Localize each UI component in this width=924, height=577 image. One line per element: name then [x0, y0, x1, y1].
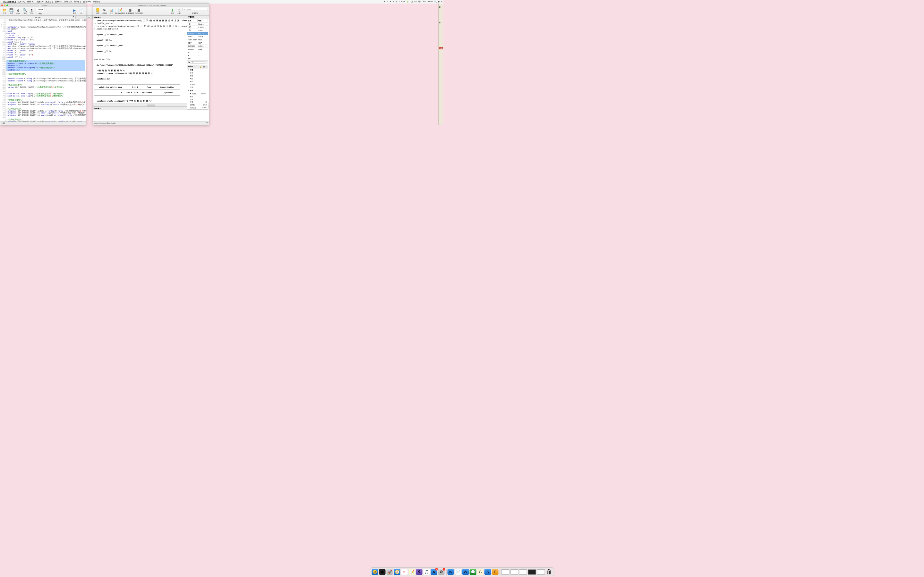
- next-icon[interactable]: ▶: [204, 66, 206, 68]
- wifi-icon[interactable]: ⌇: [399, 1, 400, 3]
- runprint-label: 印: [81, 12, 82, 15]
- code-content[interactable]: /*本部分析内容由北京大学顾佳峰所提供，仅用于教学活动，请不要用于任何商业活动。…: [6, 19, 86, 122]
- menu-data[interactable]: 数据 (D): [45, 0, 53, 3]
- dataedit-icon: ⊞: [128, 8, 132, 12]
- prop-row: 注释: [187, 98, 208, 101]
- print-label: Print: [16, 13, 20, 15]
- prop-row: 名称: [187, 72, 208, 75]
- break-label: 中断: [178, 12, 181, 15]
- menu-edit[interactable]: 编辑 (E): [27, 0, 34, 3]
- tabbar: ch5.do +: [0, 16, 86, 19]
- stata-titlebar[interactable]: Stata/SE 15.1 — sp1520_shp.dat: [94, 4, 208, 7]
- run-button[interactable]: ▶执行: [71, 7, 78, 15]
- minimize-button[interactable]: [4, 5, 5, 6]
- bluetooth-icon[interactable]: ⚹: [396, 1, 397, 3]
- menu-props-icon[interactable]: ≡: [206, 66, 207, 68]
- menu-file[interactable]: 文件 (F): [18, 0, 25, 3]
- run-icon: ▶: [73, 8, 77, 12]
- var-row-X[interactable]: XX: [187, 54, 208, 57]
- prop-row: 观测数1,520: [187, 103, 208, 106]
- find-button[interactable]: 🔍查找: [21, 7, 28, 15]
- filter-input[interactable]: 🔍: [191, 61, 206, 64]
- clock[interactable]: 7月18日 周日 下午 1:55:10: [410, 0, 433, 3]
- viewer-label: 浏览器: [102, 12, 107, 15]
- var-row-POLYID[interactable]: POLYIDPOLYID: [187, 32, 208, 35]
- app-name[interactable]: Stata/SE 15.1: [3, 1, 16, 3]
- prev-icon[interactable]: ◀: [202, 66, 204, 68]
- vars-filter-bar: ☰▾ 🔍: [187, 61, 208, 64]
- command-input[interactable]: [94, 110, 208, 122]
- spotlight-icon[interactable]: 🔍: [435, 1, 437, 3]
- battery-percent[interactable]: 61%: [401, 1, 405, 3]
- viewer-button[interactable]: 👁浏览器: [101, 7, 108, 15]
- var-row-GDP[interactable]: GDPGDP: [187, 41, 208, 45]
- folder-icon: 📂: [3, 8, 7, 12]
- bg-tab-label[interactable]: _rc: [86, 16, 90, 19]
- databrowse-button[interactable]: ⊞数据浏览器: [134, 7, 144, 15]
- graph-button[interactable]: 📊图形: [108, 7, 115, 15]
- menu-graph[interactable]: 图形 (G): [55, 0, 63, 3]
- menu-view[interactable]: 视图 (V): [37, 0, 44, 3]
- vars-panel-title: 变量窗口: [188, 16, 194, 18]
- a-status-icon[interactable]: A: [393, 1, 394, 3]
- menu-help[interactable]: 帮助 (H): [93, 0, 100, 3]
- doedit-button[interactable]: 📝Do-file编辑器: [115, 7, 126, 15]
- find-icon: 🔍: [23, 8, 27, 12]
- menu-user[interactable]: 用户 (U): [74, 0, 81, 3]
- prop-row: 标签: [187, 95, 208, 98]
- tab-add-button[interactable]: +: [76, 16, 80, 19]
- filter-icon[interactable]: ☰▾: [188, 61, 190, 63]
- command-panel: [94, 110, 208, 122]
- var-row-AREA[interactable]: AREAAREA: [187, 35, 208, 39]
- more-icon: ⬇: [170, 8, 174, 12]
- props-title: 属性窗口: [188, 65, 194, 68]
- databrowse-label: 数据浏览器: [135, 12, 143, 15]
- col-name[interactable]: 名称: [187, 19, 198, 23]
- var-row-INCOME[interactable]: INCOMEINCO...: [187, 45, 208, 48]
- prop-row: 注释: [187, 86, 208, 89]
- print-button[interactable]: 🖨Print: [15, 7, 21, 15]
- lock-icon[interactable]: 🔒: [200, 66, 202, 68]
- tab-ch5[interactable]: ch5.do: [0, 16, 76, 19]
- zoom-select[interactable]: 100% ▾: [36, 8, 45, 11]
- menu-icon[interactable]: ≡: [441, 1, 442, 3]
- show-button[interactable]: ¶显示: [28, 7, 35, 15]
- log-button[interactable]: 📒日志: [94, 7, 101, 15]
- more-button[interactable]: ⬇更多: [169, 7, 176, 15]
- search-help-input[interactable]: Search: [183, 8, 208, 11]
- graph-icon: 📊: [109, 8, 113, 12]
- var-row-_ID[interactable]: _IDSpati...: [187, 23, 208, 26]
- zoom-label: 缩放: [39, 13, 42, 15]
- battery-icon[interactable]: 🔋: [407, 1, 409, 3]
- x-status-icon[interactable]: ✕: [390, 1, 391, 3]
- prop-row: 值标签: [187, 83, 208, 86]
- window-controls: [1, 5, 8, 6]
- prop-row: 标签: [187, 74, 208, 77]
- var-row-Y[interactable]: YY: [187, 51, 208, 54]
- var-row-_CX[interactable]: _CXx-coo...: [187, 26, 208, 29]
- wechat-status-icon[interactable]: ☁: [386, 1, 388, 3]
- runprint-button[interactable]: 📄印: [78, 7, 85, 15]
- dataedit-button[interactable]: ⊞数据编辑器: [126, 7, 134, 15]
- maximize-button[interactable]: [6, 5, 8, 6]
- var-section[interactable]: ▼ 变量: [187, 68, 208, 72]
- close-button[interactable]: [1, 5, 3, 6]
- var-row-INVEST[interactable]: INVESTINVE...: [187, 48, 208, 51]
- var-row-fips[interactable]: fips: [187, 57, 208, 61]
- var-row-PERI...TER[interactable]: PERI...TERPERI...: [187, 38, 208, 41]
- mac-menubar: Stata/SE 15.1 文件 (F) 编辑 (E) 视图 (V) 数据 (D…: [0, 0, 443, 3]
- menu-window[interactable]: 窗口 (W): [83, 0, 91, 3]
- code-editor[interactable]: 1 2 3 4 5 6 7 8 9 10 11 12 13 14 15 16 1…: [0, 19, 86, 122]
- col-label[interactable]: 标签: [198, 19, 208, 23]
- file-icon: 📄: [39, 5, 41, 6]
- data-section[interactable]: ▼ 数据: [187, 89, 208, 92]
- save-button[interactable]: 💾保存: [8, 7, 15, 15]
- dofile-titlebar[interactable]: 📄 ch5.do: [0, 4, 86, 7]
- siri-icon[interactable]: ◉: [438, 1, 439, 3]
- status-icon[interactable]: ●: [384, 1, 384, 3]
- open-button[interactable]: 📂打开: [1, 7, 8, 15]
- var-row-_CY[interactable]: _CYy-co...: [187, 29, 208, 32]
- right-panels: 变量窗口 名称 标签 _IDSpati..._CXx-coo..._CYy-co…: [187, 15, 208, 110]
- menu-stats[interactable]: 统计 (S): [65, 0, 71, 3]
- break-button[interactable]: ⊘中断: [176, 7, 183, 15]
